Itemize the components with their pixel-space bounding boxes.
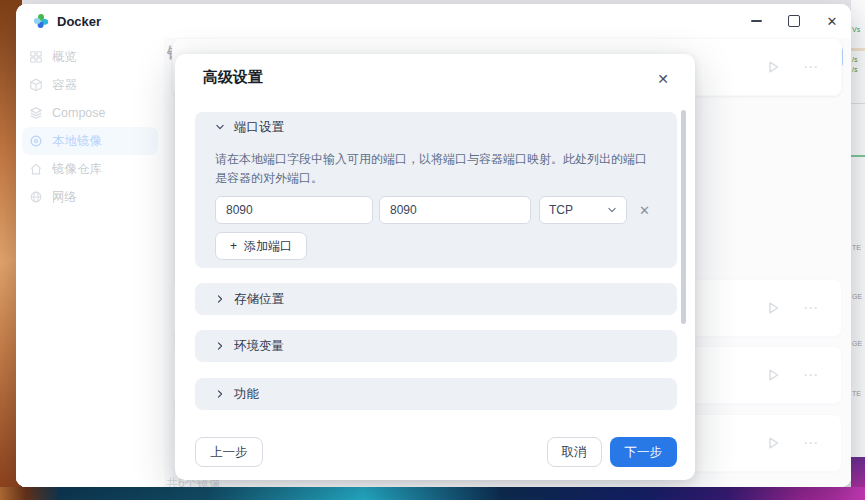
section-features-header[interactable]: 功能 <box>195 378 677 410</box>
next-step-button[interactable]: 下一步 <box>610 437 678 467</box>
maximize-button[interactable] <box>775 4 813 38</box>
section-port-settings: 端口设置 请在本地端口字段中输入可用的端口，以将端口与容器端口映射。此处列出的端… <box>195 112 677 268</box>
background-window-text: /s <box>852 66 857 74</box>
window-controls: ✕ <box>737 4 851 38</box>
dialog-title: 高级设置 <box>203 68 263 87</box>
port-mapping-row: TCP ✕ <box>215 196 657 224</box>
section-port-settings-header[interactable]: 端口设置 <box>195 112 677 142</box>
chevron-down-icon <box>607 205 617 215</box>
host-port-input[interactable] <box>215 196 373 224</box>
background-window-text: /s <box>852 56 857 64</box>
background-window-text: Vs <box>852 26 860 34</box>
add-port-button[interactable]: + 添加端口 <box>215 232 307 260</box>
section-label: 环境变量 <box>234 338 284 355</box>
section-environment-variables-header[interactable]: 环境变量 <box>195 330 677 362</box>
add-port-button-label: 添加端口 <box>244 238 292 255</box>
previous-step-button[interactable]: 上一步 <box>195 437 263 467</box>
dialog-footer: 上一步 取消 下一步 <box>195 437 677 467</box>
docker-logo-icon <box>33 13 49 29</box>
wallpaper-bottom <box>0 487 865 500</box>
section-features: 功能 <box>195 378 677 410</box>
container-port-input[interactable] <box>379 196 531 224</box>
section-label: 存储位置 <box>234 291 284 308</box>
protocol-select[interactable]: TCP <box>539 196 627 224</box>
titlebar: Docker ✕ <box>16 4 851 38</box>
background-window-strip: Vs /s /s TE GE GE TE <box>850 0 865 457</box>
maximize-icon <box>788 15 800 27</box>
chevron-right-icon <box>215 389 225 399</box>
section-label: 端口设置 <box>234 119 284 136</box>
section-label: 功能 <box>234 386 259 403</box>
modal-scrollbar[interactable] <box>681 110 686 324</box>
close-icon: ✕ <box>827 15 838 28</box>
background-window-text: GE <box>852 340 862 348</box>
minimize-icon <box>751 20 762 22</box>
section-storage-location: 存储位置 <box>195 283 677 315</box>
cancel-button[interactable]: 取消 <box>547 437 602 467</box>
advanced-settings-dialog: 高级设置 ✕ 端口设置 请在本地端口字段中输入可用的端口，以将端口与容器端口映射… <box>175 54 695 480</box>
remove-port-button[interactable]: ✕ <box>639 203 650 218</box>
chevron-down-icon <box>215 122 225 132</box>
protocol-value: TCP <box>549 203 573 217</box>
background-window-text: GE <box>852 293 862 301</box>
close-icon: ✕ <box>657 71 669 87</box>
background-window-text: TE <box>852 390 861 398</box>
section-storage-location-header[interactable]: 存储位置 <box>195 283 677 315</box>
background-window-divider <box>851 103 865 104</box>
background-window-divider <box>851 155 865 157</box>
close-icon: ✕ <box>639 203 650 218</box>
chevron-right-icon <box>215 341 225 351</box>
app-title: Docker <box>57 14 101 29</box>
docker-window: Docker ✕ 概览 容器 Compose 本地镜像 <box>16 4 851 487</box>
close-window-button[interactable]: ✕ <box>813 4 851 38</box>
background-window-divider <box>851 48 865 51</box>
background-window-text: TE <box>852 244 861 252</box>
section-environment-variables: 环境变量 <box>195 330 677 362</box>
wallpaper-right-bottom <box>851 457 865 487</box>
dialog-close-button[interactable]: ✕ <box>657 71 669 87</box>
plus-icon: + <box>230 239 237 253</box>
minimize-button[interactable] <box>737 4 775 38</box>
chevron-right-icon <box>215 294 225 304</box>
port-settings-description: 请在本地端口字段中输入可用的端口，以将端口与容器端口映射。此处列出的端口是容器的… <box>215 150 657 188</box>
